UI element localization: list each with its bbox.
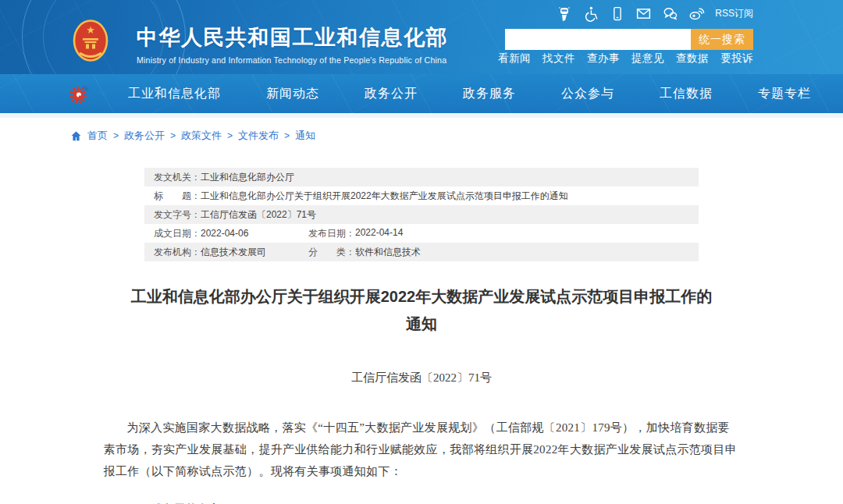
document-meta-table: 发文机关： 工业和信息化部办公厅 标 题： 工业和信息化部办公厅关于组织开展20…	[144, 168, 699, 261]
meta-value: 工信厅信发函〔2022〕71号	[201, 208, 316, 222]
breadcrumb-notice[interactable]: 通知	[295, 129, 315, 143]
nav-item-participation[interactable]: 公众参与	[561, 86, 614, 102]
document-paragraph: 为深入实施国家大数据战略，落实《“十四五”大数据产业发展规划》（工信部规〔202…	[104, 417, 740, 482]
meta-label: 发布机构：	[154, 246, 201, 259]
quick-link-news[interactable]: 看新闻	[498, 51, 531, 66]
mail-icon[interactable]	[635, 5, 652, 22]
document-body: 工信厅信发函〔2022〕71号 为深入实施国家大数据战略，落实《“十四五”大数据…	[104, 371, 740, 504]
main-nav: 工业和信息化部 新闻动态 政务公开 政务服务 公众参与 工信数据 专题专栏	[0, 74, 843, 113]
nav-item-gov-info[interactable]: 政务公开	[365, 86, 418, 102]
meta-label: 发文机关：	[154, 171, 201, 184]
nav-item-news[interactable]: 新闻动态	[266, 86, 319, 102]
site-subtitle: Ministry of Industry and Information Tec…	[137, 55, 448, 65]
search-input[interactable]	[505, 29, 691, 50]
breadcrumb-file-release[interactable]: 文件发布	[238, 129, 279, 143]
meta-value: 工业和信息化部办公厅关于组织开展2022年大数据产业发展试点示范项目申报工作的通…	[201, 190, 568, 203]
meta-value: 2022-04-06	[201, 228, 248, 239]
rss-subscribe-link[interactable]: RSS订阅	[715, 7, 753, 20]
quick-links: 看新闻 找文件 查办事 提意见 查数据 要投诉	[498, 51, 753, 66]
meta-label: 发布日期：	[308, 227, 355, 240]
nav-item-miit[interactable]: 工业和信息化部	[128, 86, 221, 102]
home-icon[interactable]	[70, 130, 82, 142]
nav-item-topics[interactable]: 专题专栏	[758, 86, 811, 102]
meta-value: 工业和信息化部办公厅	[201, 171, 294, 184]
site-header: ★ 中华人民共和国工业和信息化部 Ministry of Industry an…	[0, 0, 843, 74]
meta-value: 软件和信息技术	[355, 246, 421, 259]
breadcrumb-separator: >	[284, 130, 290, 141]
svg-text:★: ★	[86, 24, 95, 36]
wechat-icon[interactable]	[662, 5, 678, 22]
nav-item-data[interactable]: 工信数据	[660, 86, 713, 102]
meta-label: 成文日期：	[154, 227, 201, 240]
breadcrumb-separator: >	[113, 130, 119, 141]
unified-search-button[interactable]: 统一搜索	[691, 29, 753, 50]
meta-row-issuing-agency: 发文机关： 工业和信息化部办公厅	[144, 168, 699, 186]
miit-gear-icon	[69, 82, 91, 105]
document-title: 工业和信息化部办公厅关于组织开展2022年大数据产业发展试点示范项目申报工作的通…	[125, 283, 718, 338]
meta-value: 2022-04-14	[355, 227, 403, 240]
meta-label: 发文字号：	[154, 208, 201, 222]
quick-link-complaint[interactable]: 要投诉	[720, 51, 753, 66]
meta-row-dates: 成文日期： 2022-04-06 发布日期： 2022-04-14	[144, 224, 699, 243]
breadcrumb-policy-files[interactable]: 政策文件	[181, 129, 222, 143]
site-title: 中华人民共和国工业和信息化部	[137, 23, 448, 51]
nav-bottom-strip	[0, 113, 843, 118]
meta-row-doc-number: 发文字号： 工信厅信发函〔2022〕71号	[144, 205, 699, 224]
meta-row-title: 标 题： 工业和信息化部办公厅关于组织开展2022年大数据产业发展试点示范项目申…	[144, 186, 699, 205]
breadcrumb-home[interactable]: 首页	[87, 129, 108, 143]
breadcrumb-gov-info[interactable]: 政务公开	[124, 129, 165, 143]
quick-link-suggest[interactable]: 提意见	[631, 51, 664, 66]
breadcrumb-separator: >	[170, 130, 176, 141]
breadcrumb: 首页 > 政务公开 > 政策文件 > 文件发布 > 通知	[70, 129, 843, 143]
weibo-icon[interactable]	[688, 5, 705, 22]
meta-label: 分 类：	[308, 246, 355, 259]
breadcrumb-separator: >	[227, 130, 233, 141]
quick-link-data[interactable]: 查数据	[676, 51, 709, 66]
mobile-icon[interactable]	[609, 5, 625, 22]
nav-item-gov-services[interactable]: 政务服务	[463, 86, 516, 102]
meta-label: 标 题：	[154, 190, 201, 203]
national-emblem-logo: ★	[73, 20, 108, 67]
meta-row-publisher-category: 发布机构： 信息技术发展司 分 类： 软件和信息技术	[144, 243, 699, 261]
robot-mascot-icon[interactable]	[556, 5, 572, 22]
accessibility-icon[interactable]	[582, 5, 599, 22]
quick-link-services[interactable]: 查办事	[587, 51, 620, 66]
document-number: 工信厅信发函〔2022〕71号	[104, 371, 740, 385]
meta-value: 信息技术发展司	[201, 246, 266, 259]
quick-link-files[interactable]: 找文件	[542, 51, 575, 66]
